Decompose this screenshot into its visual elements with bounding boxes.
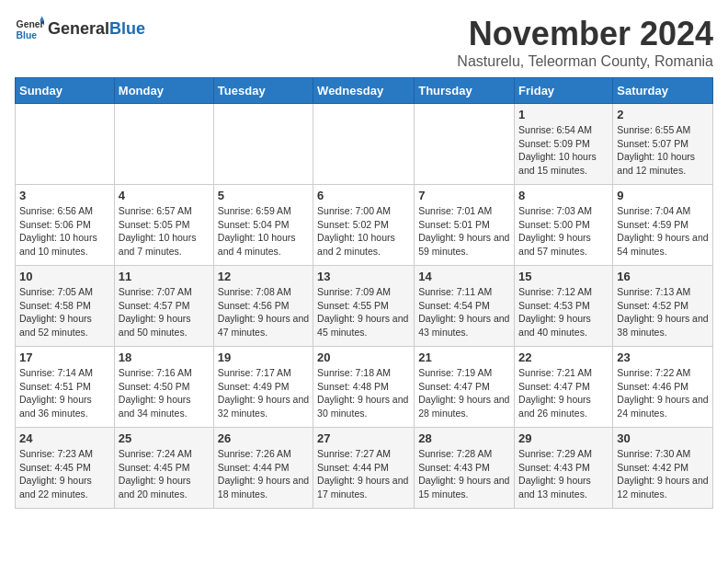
day-number: 22 [518, 350, 609, 364]
day-info: Sunrise: 7:17 AM Sunset: 4:49 PM Dayligh… [218, 366, 309, 420]
day-info: Sunrise: 7:08 AM Sunset: 4:56 PM Dayligh… [218, 285, 309, 339]
calendar-day-cell: 8Sunrise: 7:03 AM Sunset: 5:00 PM Daylig… [515, 185, 613, 266]
calendar-day-cell: 29Sunrise: 7:29 AM Sunset: 4:43 PM Dayli… [515, 428, 613, 509]
month-title: November 2024 [457, 15, 713, 53]
calendar-day-cell: 7Sunrise: 7:01 AM Sunset: 5:01 PM Daylig… [415, 185, 515, 266]
location-title: Nasturelu, Teleorman County, Romania [457, 53, 713, 70]
day-number: 18 [119, 350, 210, 364]
day-info: Sunrise: 7:14 AM Sunset: 4:51 PM Dayligh… [19, 366, 110, 420]
day-info: Sunrise: 7:22 AM Sunset: 4:46 PM Dayligh… [617, 366, 709, 420]
day-number: 23 [617, 350, 709, 364]
day-number: 28 [418, 431, 510, 445]
calendar-day-cell [313, 104, 415, 185]
calendar-day-cell [114, 104, 213, 185]
svg-text:Blue: Blue [17, 30, 38, 40]
col-thursday: Thursday [415, 78, 515, 104]
logo-icon: General Blue [15, 15, 44, 44]
day-number: 9 [617, 189, 709, 202]
svg-text:General: General [17, 19, 44, 29]
calendar-day-cell: 23Sunrise: 7:22 AM Sunset: 4:46 PM Dayli… [613, 347, 713, 428]
calendar-day-cell [415, 104, 515, 185]
day-info: Sunrise: 7:18 AM Sunset: 4:48 PM Dayligh… [317, 366, 410, 420]
day-number: 14 [418, 270, 510, 283]
day-number: 19 [218, 350, 309, 364]
calendar-day-cell: 20Sunrise: 7:18 AM Sunset: 4:48 PM Dayli… [313, 347, 415, 428]
day-number: 12 [218, 270, 309, 283]
logo: General Blue GeneralBlue [15, 15, 145, 44]
day-info: Sunrise: 7:27 AM Sunset: 4:44 PM Dayligh… [317, 447, 410, 501]
calendar-day-cell: 22Sunrise: 7:21 AM Sunset: 4:47 PM Dayli… [515, 347, 613, 428]
day-number: 25 [119, 431, 210, 445]
calendar-day-cell: 19Sunrise: 7:17 AM Sunset: 4:49 PM Dayli… [213, 347, 313, 428]
day-info: Sunrise: 7:26 AM Sunset: 4:44 PM Dayligh… [218, 447, 309, 501]
day-number: 11 [119, 270, 210, 283]
calendar-day-cell: 24Sunrise: 7:23 AM Sunset: 4:45 PM Dayli… [16, 428, 115, 509]
day-number: 29 [518, 431, 609, 445]
day-info: Sunrise: 6:57 AM Sunset: 5:05 PM Dayligh… [119, 204, 210, 259]
calendar-week-row: 24Sunrise: 7:23 AM Sunset: 4:45 PM Dayli… [16, 428, 713, 509]
calendar-day-cell: 11Sunrise: 7:07 AM Sunset: 4:57 PM Dayli… [114, 266, 213, 347]
day-number: 21 [418, 350, 510, 364]
day-number: 13 [317, 270, 410, 283]
day-number: 15 [518, 270, 609, 283]
day-number: 7 [418, 189, 510, 202]
page-header: General Blue GeneralBlue November 2024 N… [15, 15, 713, 70]
day-number: 30 [617, 431, 709, 445]
day-info: Sunrise: 7:05 AM Sunset: 4:58 PM Dayligh… [19, 285, 110, 339]
logo-text: GeneralBlue [48, 20, 145, 39]
calendar-day-cell: 14Sunrise: 7:11 AM Sunset: 4:54 PM Dayli… [415, 266, 515, 347]
calendar-day-cell: 27Sunrise: 7:27 AM Sunset: 4:44 PM Dayli… [313, 428, 415, 509]
day-info: Sunrise: 7:04 AM Sunset: 4:59 PM Dayligh… [617, 204, 709, 259]
day-info: Sunrise: 7:07 AM Sunset: 4:57 PM Dayligh… [119, 285, 210, 339]
day-number: 16 [617, 270, 709, 283]
day-info: Sunrise: 7:30 AM Sunset: 4:42 PM Dayligh… [617, 447, 709, 501]
calendar-day-cell: 3Sunrise: 6:56 AM Sunset: 5:06 PM Daylig… [16, 185, 115, 266]
calendar-day-cell: 10Sunrise: 7:05 AM Sunset: 4:58 PM Dayli… [16, 266, 115, 347]
day-number: 5 [218, 189, 309, 202]
calendar-day-cell: 30Sunrise: 7:30 AM Sunset: 4:42 PM Dayli… [613, 428, 713, 509]
calendar-table: Sunday Monday Tuesday Wednesday Thursday… [15, 77, 713, 509]
day-info: Sunrise: 6:55 AM Sunset: 5:07 PM Dayligh… [617, 123, 709, 178]
day-info: Sunrise: 7:13 AM Sunset: 4:52 PM Dayligh… [617, 285, 709, 339]
calendar-day-cell: 25Sunrise: 7:24 AM Sunset: 4:45 PM Dayli… [114, 428, 213, 509]
calendar-week-row: 1Sunrise: 6:54 AM Sunset: 5:09 PM Daylig… [16, 104, 713, 185]
calendar-day-cell [16, 104, 115, 185]
day-number: 26 [218, 431, 309, 445]
calendar-day-cell: 18Sunrise: 7:16 AM Sunset: 4:50 PM Dayli… [114, 347, 213, 428]
day-number: 17 [19, 350, 110, 364]
calendar-day-cell: 13Sunrise: 7:09 AM Sunset: 4:55 PM Dayli… [313, 266, 415, 347]
calendar-day-cell: 28Sunrise: 7:28 AM Sunset: 4:43 PM Dayli… [415, 428, 515, 509]
calendar-day-cell: 6Sunrise: 7:00 AM Sunset: 5:02 PM Daylig… [313, 185, 415, 266]
day-number: 10 [19, 270, 110, 283]
day-info: Sunrise: 7:19 AM Sunset: 4:47 PM Dayligh… [418, 366, 510, 420]
day-info: Sunrise: 7:03 AM Sunset: 5:00 PM Dayligh… [518, 204, 609, 259]
day-number: 2 [617, 108, 709, 121]
day-number: 1 [518, 108, 609, 121]
day-info: Sunrise: 7:09 AM Sunset: 4:55 PM Dayligh… [317, 285, 410, 339]
calendar-day-cell: 2Sunrise: 6:55 AM Sunset: 5:07 PM Daylig… [613, 104, 713, 185]
day-number: 27 [317, 431, 410, 445]
col-tuesday: Tuesday [213, 78, 313, 104]
day-number: 6 [317, 189, 410, 202]
calendar-week-row: 10Sunrise: 7:05 AM Sunset: 4:58 PM Dayli… [16, 266, 713, 347]
day-info: Sunrise: 7:29 AM Sunset: 4:43 PM Dayligh… [518, 447, 609, 501]
calendar-day-cell: 5Sunrise: 6:59 AM Sunset: 5:04 PM Daylig… [213, 185, 313, 266]
day-info: Sunrise: 7:23 AM Sunset: 4:45 PM Dayligh… [19, 447, 110, 501]
col-sunday: Sunday [16, 78, 115, 104]
calendar-day-cell: 9Sunrise: 7:04 AM Sunset: 4:59 PM Daylig… [613, 185, 713, 266]
calendar-day-cell: 26Sunrise: 7:26 AM Sunset: 4:44 PM Dayli… [213, 428, 313, 509]
day-info: Sunrise: 7:12 AM Sunset: 4:53 PM Dayligh… [518, 285, 609, 339]
calendar-day-cell: 1Sunrise: 6:54 AM Sunset: 5:09 PM Daylig… [515, 104, 613, 185]
col-monday: Monday [114, 78, 213, 104]
calendar-day-cell: 16Sunrise: 7:13 AM Sunset: 4:52 PM Dayli… [613, 266, 713, 347]
day-number: 3 [19, 189, 110, 202]
day-number: 20 [317, 350, 410, 364]
calendar-week-row: 3Sunrise: 6:56 AM Sunset: 5:06 PM Daylig… [16, 185, 713, 266]
calendar-day-cell: 15Sunrise: 7:12 AM Sunset: 4:53 PM Dayli… [515, 266, 613, 347]
svg-marker-2 [40, 17, 44, 21]
day-number: 4 [119, 189, 210, 202]
day-info: Sunrise: 7:00 AM Sunset: 5:02 PM Dayligh… [317, 204, 410, 259]
day-number: 8 [518, 189, 609, 202]
col-friday: Friday [515, 78, 613, 104]
calendar-day-cell: 12Sunrise: 7:08 AM Sunset: 4:56 PM Dayli… [213, 266, 313, 347]
